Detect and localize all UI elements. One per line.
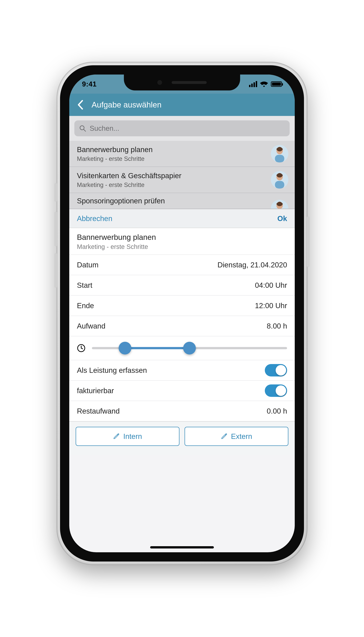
row-value: 12:00 Uhr [255,301,287,310]
effort-row[interactable]: Aufwand 8.00 h [69,316,295,336]
row-label: Als Leistung erfassen [77,366,147,374]
task-item[interactable]: Visitenkarten & Geschäftspapier Marketin… [69,167,295,193]
ok-button[interactable]: Ok [278,214,287,223]
task-title: Sponsoringoptionen prüfen [77,196,165,205]
intern-button[interactable]: Intern [76,427,180,446]
task-item[interactable]: Bannerwerbung planen Marketing - erste S… [69,141,295,167]
time-range-row [69,336,295,360]
mute-switch [54,183,57,202]
cancel-button[interactable]: Abbrechen [77,214,112,223]
row-label: fakturierbar [77,386,114,395]
volume-up-button [54,212,57,246]
row-value: 04:00 Uhr [255,281,287,290]
back-button[interactable] [76,100,85,110]
extern-button[interactable]: Extern [184,427,288,446]
svg-line-1 [84,129,86,131]
billable-row: fakturierbar [69,380,295,401]
assignee-avatar [271,145,288,162]
row-label: Aufwand [77,322,106,330]
svg-rect-7 [275,181,284,188]
footer-bar: Intern Extern [69,422,295,456]
notch [124,74,240,90]
home-indicator[interactable] [150,546,214,548]
volume-down-button [54,253,57,288]
sheet-action-bar: Abbrechen Ok [69,209,295,228]
pencil-icon [221,433,227,440]
svg-rect-4 [275,155,284,162]
selected-task: Bannerwerbung planen Marketing - erste S… [69,228,295,255]
capture-toggle[interactable] [265,364,287,376]
clock-icon [77,344,86,352]
task-subtitle: Marketing - erste Schritte [77,156,153,162]
capture-row: Als Leistung erfassen [69,360,295,380]
task-list: Bannerwerbung planen Marketing - erste S… [69,141,295,209]
row-value: 8.00 h [267,322,287,330]
task-title: Visitenkarten & Geschäftspapier [77,171,181,180]
cellular-icon [249,81,257,87]
phone-frame: 9:41 [56,62,308,565]
front-camera [157,80,162,85]
row-label: Restaufwand [77,407,120,415]
remaining-row[interactable]: Restaufwand 0.00 h [69,401,295,422]
date-row[interactable]: Datum Dienstag, 21.04.2020 [69,255,295,275]
time-range-slider[interactable] [92,347,287,349]
row-label: Ende [77,301,94,310]
nav-header: Aufgabe auswählen [69,94,295,116]
page-title: Aufgabe auswählen [92,100,162,110]
selected-task-title: Bannerwerbung planen [77,233,287,242]
start-row[interactable]: Start 04:00 Uhr [69,275,295,296]
selected-task-subtitle: Marketing - erste Schritte [77,243,287,250]
assignee-avatar [271,200,288,209]
screen: 9:41 [69,74,295,552]
detail-sheet: Bannerwerbung planen Marketing - erste S… [69,228,295,422]
row-value: Dienstag, 21.04.2020 [218,260,287,269]
task-title: Bannerwerbung planen [77,145,153,154]
task-subtitle: Marketing - erste Schritte [77,182,181,188]
slider-handle-end[interactable] [183,342,196,354]
pencil-icon [113,433,120,440]
battery-icon [271,82,282,87]
billable-toggle[interactable] [265,384,287,397]
row-label: Start [77,281,92,290]
button-label: Extern [231,432,252,441]
earpiece [172,81,207,84]
search-field[interactable] [74,120,290,136]
row-label: Datum [77,260,98,269]
wifi-icon [260,81,268,87]
search-input[interactable] [90,124,285,132]
power-button [307,216,310,267]
search-area [69,116,295,141]
slider-handle-start[interactable] [119,342,131,354]
search-icon [79,125,86,132]
status-time: 9:41 [82,80,97,88]
assignee-avatar [271,171,288,188]
task-item[interactable]: Sponsoringoptionen prüfen Marketing - er… [69,193,295,209]
row-value: 0.00 h [267,407,287,415]
button-label: Intern [123,432,142,441]
chevron-left-icon [77,100,84,110]
end-row[interactable]: Ende 12:00 Uhr [69,296,295,316]
